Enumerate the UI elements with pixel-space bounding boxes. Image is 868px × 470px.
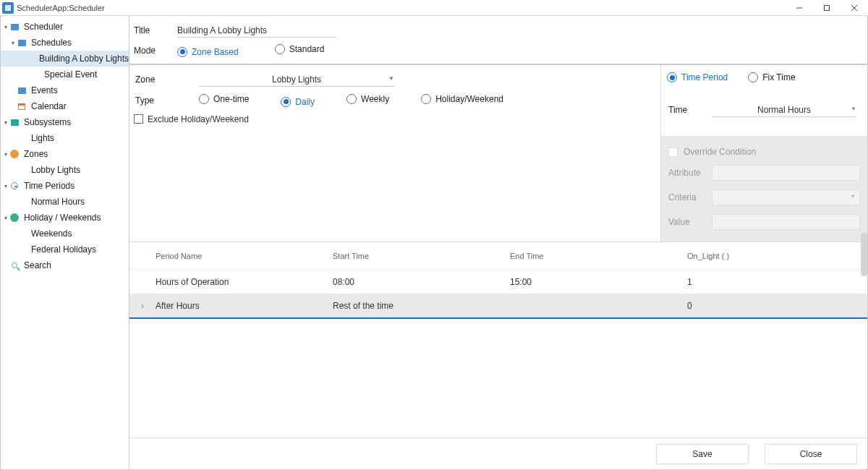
sidebar-item-weekends[interactable]: Weekends — [1, 226, 129, 242]
title-input[interactable] — [177, 24, 336, 38]
ico-sq-teal-icon — [9, 117, 20, 127]
config-right: Time PeriodFix Time Time Normal Hours ▼ … — [661, 65, 867, 242]
sidebar-item-label: Building A Lobby Lights — [39, 54, 129, 64]
sidebar-item-label: Scheduler — [24, 22, 63, 32]
col-end-time: End Time — [510, 252, 687, 260]
type-radio-one-time[interactable]: One-time — [199, 94, 249, 104]
ico-orange-icon — [9, 149, 20, 159]
override-panel-disabled: Override Condition Attribute Criteria Va… — [661, 136, 867, 242]
close-button[interactable]: Close — [765, 444, 857, 464]
type-label: Type — [134, 95, 199, 106]
type-radio-weekly[interactable]: Weekly — [346, 94, 389, 104]
radio-icon — [199, 94, 209, 104]
expand-icon[interactable]: › — [129, 301, 156, 311]
cell-name: Hours of Operation — [156, 277, 333, 287]
ico-cal-icon — [17, 101, 27, 111]
blank-icon — [17, 244, 27, 255]
ico-clock-icon — [9, 181, 20, 191]
sidebar-item-holiday-weekends[interactable]: ▾Holiday / Weekends — [1, 210, 129, 226]
timemode-radio-time-period[interactable]: Time Period — [667, 72, 728, 82]
mode-radio-zone-based[interactable]: Zone Based — [177, 47, 239, 57]
ico-sq-blue-icon — [17, 38, 27, 48]
sidebar-item-label: Subsystems — [24, 117, 71, 127]
sidebar-item-search[interactable]: Search — [1, 257, 129, 273]
save-button[interactable]: Save — [656, 444, 749, 464]
sidebar-item-building-a-lobby-lights[interactable]: Building A Lobby Lights — [1, 51, 129, 67]
sidebar-item-label: Holiday / Weekends — [24, 213, 101, 223]
mode-label: Mode — [132, 46, 177, 56]
mode-radio-standard[interactable]: Standard — [275, 44, 325, 54]
svg-rect-0 — [5, 5, 11, 11]
attribute-input — [712, 165, 860, 181]
form-header: Title Mode Zone BasedStandard — [129, 16, 867, 65]
sidebar-item-zones[interactable]: ▾Zones — [1, 146, 129, 162]
checkbox-icon — [134, 114, 143, 124]
radio-label: Holiday/Weekend — [435, 94, 503, 104]
col-on-light: On_Light ( ) — [687, 252, 867, 260]
cell-light: 1 — [687, 277, 867, 287]
radio-icon — [275, 44, 285, 54]
ico-search-icon — [9, 260, 20, 270]
tree-caret-icon: ▾ — [2, 24, 9, 30]
cell-start: Rest of the time — [333, 301, 510, 311]
sidebar-item-normal-hours[interactable]: Normal Hours — [1, 194, 129, 210]
sidebar-item-events[interactable]: Events — [1, 82, 129, 98]
exclude-label: Exclude Holiday/Weekend — [148, 114, 249, 124]
tree-caret-icon: ▾ — [9, 40, 17, 46]
col-period-name: Period Name — [156, 252, 333, 260]
title-label: Title — [132, 25, 177, 35]
radio-icon — [281, 97, 291, 107]
sidebar-tree[interactable]: ▾Scheduler▾SchedulesBuilding A Lobby Lig… — [1, 16, 129, 469]
sidebar-item-label: Special Event — [44, 69, 97, 80]
sidebar-item-schedules[interactable]: ▾Schedules — [1, 35, 129, 51]
override-checkbox — [668, 148, 678, 157]
zone-select[interactable]: Lobby Lights ▼ — [199, 72, 394, 87]
radio-label: Time Period — [681, 72, 728, 82]
sidebar-item-label: Normal Hours — [31, 197, 85, 207]
exclude-checkbox[interactable]: Exclude Holiday/Weekend — [134, 114, 249, 124]
time-value: Normal Hours — [757, 105, 811, 115]
window-title: SchedulerApp:Scheduler — [17, 4, 105, 12]
attribute-label: Attribute — [668, 168, 712, 178]
sidebar-item-label: Calendar — [31, 101, 67, 111]
app-icon — [2, 2, 14, 14]
sidebar-item-label: Events — [31, 85, 58, 95]
tree-caret-icon: ▾ — [2, 215, 9, 221]
close-window-button[interactable] — [841, 0, 868, 16]
ico-sq-blue-icon — [9, 22, 20, 32]
svg-rect-2 — [825, 5, 830, 10]
sidebar-item-special-event[interactable]: Special Event — [1, 67, 129, 82]
sidebar-item-lobby-lights[interactable]: Lobby Lights — [1, 162, 129, 178]
override-label: Override Condition — [684, 147, 756, 157]
scrollbar-thumb[interactable] — [861, 233, 867, 276]
table-row[interactable]: Hours of Operation08:0015:001 — [129, 270, 867, 294]
config-left: Zone Lobby Lights ▼ Type One-timeDailyWe… — [129, 65, 661, 242]
maximize-button[interactable] — [813, 0, 841, 16]
sidebar-item-federal-holidays[interactable]: Federal Holidays — [1, 242, 129, 257]
tree-caret-icon: ▾ — [2, 119, 9, 126]
col-start-time: Start Time — [333, 252, 510, 260]
sidebar-item-label: Federal Holidays — [31, 244, 96, 255]
sidebar-item-label: Search — [24, 260, 51, 270]
time-select[interactable]: Normal Hours ▼ — [712, 103, 856, 117]
sidebar-item-time-periods[interactable]: ▾Time Periods — [1, 178, 129, 194]
radio-label: Weekly — [361, 94, 389, 104]
blank-icon — [30, 69, 40, 80]
chevron-down-icon: ▼ — [388, 75, 394, 82]
sidebar-item-scheduler[interactable]: ▾Scheduler — [1, 19, 129, 35]
type-radio-daily[interactable]: Daily — [281, 97, 315, 107]
cell-name: After Hours — [156, 301, 333, 311]
sidebar-item-lights[interactable]: Lights — [1, 130, 129, 146]
periods-grid[interactable]: Period Name Start Time End Time On_Light… — [129, 242, 867, 437]
sidebar-item-calendar[interactable]: Calendar — [1, 98, 129, 114]
radio-label: One-time — [213, 94, 249, 104]
type-radio-holiday-weekend[interactable]: Holiday/Weekend — [421, 94, 503, 104]
criteria-select — [712, 189, 860, 205]
minimize-button[interactable] — [786, 0, 813, 16]
content-area: Title Mode Zone BasedStandard Zone Lobby… — [129, 16, 867, 469]
table-row[interactable]: ›After HoursRest of the time0 — [129, 294, 867, 319]
tree-caret-icon: ▾ — [2, 183, 9, 189]
timemode-radio-fix-time[interactable]: Fix Time — [748, 72, 795, 82]
radio-icon — [667, 72, 677, 82]
sidebar-item-subsystems[interactable]: ▾Subsystems — [1, 114, 129, 130]
